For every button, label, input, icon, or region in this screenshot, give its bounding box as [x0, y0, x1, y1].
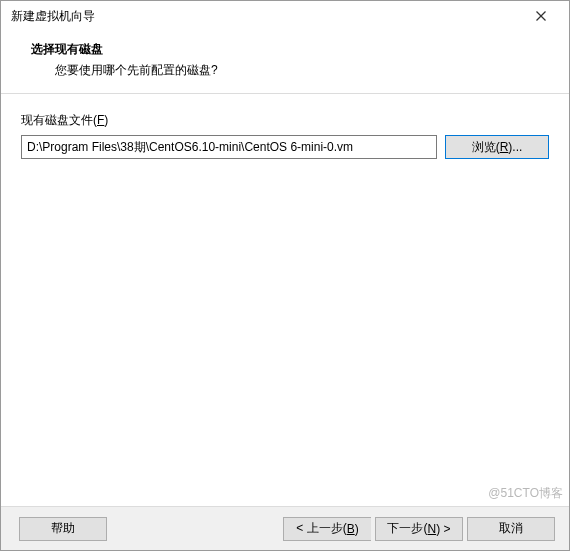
- disk-file-row: 浏览(R)...: [21, 135, 549, 159]
- page-title: 选择现有磁盘: [31, 41, 549, 58]
- browse-text: 浏览(: [472, 139, 500, 156]
- back-accel: B: [347, 522, 355, 536]
- back-text: < 上一步(: [296, 520, 346, 537]
- wizard-footer: 帮助 < 上一步(B) 下一步(N) > 取消: [1, 506, 569, 550]
- back-button[interactable]: < 上一步(B): [283, 517, 371, 541]
- disk-file-label: 现有磁盘文件(F): [21, 112, 549, 129]
- close-icon: [536, 11, 546, 21]
- next-text: 下一步(: [387, 520, 427, 537]
- wizard-body: 现有磁盘文件(F) 浏览(R)...: [1, 94, 569, 506]
- cancel-button[interactable]: 取消: [467, 517, 555, 541]
- help-button[interactable]: 帮助: [19, 517, 107, 541]
- browse-button[interactable]: 浏览(R)...: [445, 135, 549, 159]
- wizard-window: 新建虚拟机向导 选择现有磁盘 您要使用哪个先前配置的磁盘? 现有磁盘文件(F) …: [0, 0, 570, 551]
- back-text-suffix: ): [355, 522, 359, 536]
- page-subtitle: 您要使用哪个先前配置的磁盘?: [31, 62, 549, 79]
- titlebar: 新建虚拟机向导: [1, 1, 569, 31]
- disk-path-input[interactable]: [21, 135, 437, 159]
- next-accel: N: [427, 522, 436, 536]
- browse-accel: R: [500, 140, 509, 154]
- window-title: 新建虚拟机向导: [11, 8, 521, 25]
- wizard-header: 选择现有磁盘 您要使用哪个先前配置的磁盘?: [1, 31, 569, 93]
- label-text-suffix: ): [104, 113, 108, 127]
- label-text: 现有磁盘文件(: [21, 113, 97, 127]
- next-text-suffix: ) >: [436, 522, 450, 536]
- next-button[interactable]: 下一步(N) >: [375, 517, 463, 541]
- browse-text-suffix: )...: [508, 140, 522, 154]
- close-button[interactable]: [521, 2, 561, 30]
- nav-buttons: < 上一步(B) 下一步(N) >: [279, 517, 463, 541]
